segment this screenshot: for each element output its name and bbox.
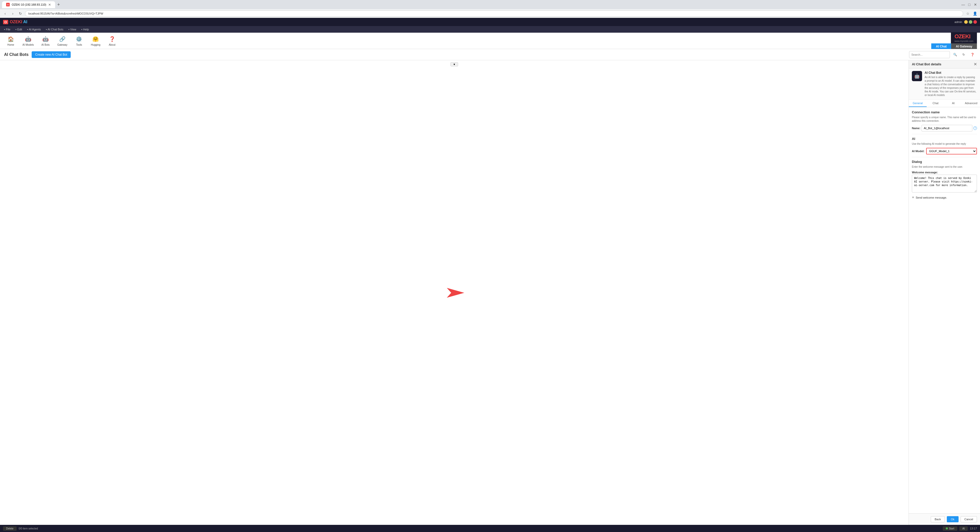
user-info: admin <box>955 21 962 24</box>
ai-model-select[interactable]: GGUF_Model_1 GPT-4 Claude Llama <box>926 148 977 155</box>
name-field-label: Name: ? <box>912 125 977 131</box>
back-button[interactable]: ‹ <box>2 11 8 17</box>
toolbar-about-label: About <box>109 43 115 46</box>
send-welcome-checkbox[interactable]: ✕ <box>912 196 914 199</box>
menu-help[interactable]: ▪ Help <box>80 27 91 32</box>
divider-1 <box>912 134 977 134</box>
side-panel-footer: Back Ok Cancel <box>909 513 980 525</box>
connection-name-section-title: Connection name <box>912 110 977 114</box>
new-tab-button[interactable]: + <box>57 2 60 7</box>
search-area: 🔍 ↻ ❓ <box>909 51 976 58</box>
refresh-list-button[interactable]: ↻ <box>960 51 967 58</box>
delete-button[interactable]: Delete <box>3 526 17 531</box>
search-button[interactable]: 🔍 <box>951 51 959 58</box>
side-panel-header: AI Chat Bot details ✕ <box>909 60 980 68</box>
app-header-right: admin <box>955 20 977 24</box>
menu-file[interactable]: ▪ File <box>2 27 13 32</box>
start-button[interactable]: Start <box>943 526 957 531</box>
toolbar-about[interactable]: ❓ About <box>104 34 120 48</box>
menu-ai-agents[interactable]: ▪ AI Agents <box>25 27 43 32</box>
profile-icon[interactable]: 👤 <box>972 11 978 17</box>
bot-description: An AI bot is able to create a reply by p… <box>924 76 977 97</box>
minimize-button[interactable]: — <box>961 2 966 7</box>
toolbar-home-label: Home <box>7 43 14 46</box>
home-icon: 🏠 <box>7 35 14 43</box>
menu-view[interactable]: ▪ View <box>66 27 78 32</box>
tab-advanced[interactable]: Advanced <box>962 100 980 107</box>
name-input[interactable] <box>921 125 972 131</box>
name-field-row: Name: ? <box>912 125 977 131</box>
ai-quick-buttons: AI Chat AI Gateway <box>931 43 977 49</box>
bot-icon: 🤖 <box>912 71 922 81</box>
create-new-button[interactable]: Create new AI Chat Bot <box>32 51 71 58</box>
dialog-section-desc: Enter the welcome message sent to the us… <box>912 165 977 169</box>
maximize-button[interactable]: □ <box>967 2 972 7</box>
app-close-button[interactable] <box>974 20 977 24</box>
app-maximize-button[interactable] <box>969 20 972 24</box>
ai-chat-button[interactable]: AI Chat <box>931 43 951 49</box>
menu-ai-chat-bots[interactable]: ▪ AI Chat Bots <box>44 27 65 32</box>
refresh-button[interactable]: ↻ <box>18 11 24 17</box>
about-icon: ❓ <box>108 35 116 43</box>
tools-icon: ⚙️ <box>76 35 83 43</box>
toolbar-ai-models[interactable]: 🤖 AI Models <box>19 34 37 48</box>
star-icon[interactable]: ☆ <box>965 11 971 17</box>
gateway-icon: 🔗 <box>59 35 66 43</box>
tab-close-icon[interactable]: ✕ <box>48 3 51 6</box>
help-button[interactable]: ❓ <box>969 51 976 58</box>
menu-edit[interactable]: ▪ Edit <box>14 27 24 32</box>
status-bar: Delete 0/0 item selected Start AI 13:17 <box>0 525 980 532</box>
toolbar-tools[interactable]: ⚙️ Tools <box>72 34 87 48</box>
ai-gateway-button[interactable]: AI Gateway <box>951 43 977 49</box>
name-help-icon[interactable]: ? <box>974 126 977 130</box>
page-header: AI Chat Bots Create new AI Chat Bot 🔍 ↻ … <box>0 49 980 60</box>
status-time: 13:17 <box>970 527 977 530</box>
browser-toolbar: ‹ › ↻ localhost:9515/AI/?a=AIBots&ncrefr… <box>0 9 980 18</box>
welcome-message-textarea[interactable]: Welcome! This chat is served by Ozeki AI… <box>912 175 977 193</box>
ai-model-label: AI Model: <box>912 150 924 153</box>
status-right: Start AI 13:17 <box>943 526 977 531</box>
page-title: AI Chat Bots <box>4 53 29 57</box>
side-panel-title: AI Chat Bot details <box>912 62 942 66</box>
logo-icon: O <box>3 20 8 24</box>
close-button[interactable]: ✕ <box>973 2 978 7</box>
back-button[interactable]: Back <box>931 516 945 522</box>
forward-button[interactable]: › <box>10 11 16 17</box>
hugging-icon: 🤗 <box>92 35 99 43</box>
toolbar-gateway[interactable]: 🔗 Gateway <box>54 34 70 48</box>
app-minimize-button[interactable] <box>964 20 968 24</box>
side-panel: AI Chat Bot details ✕ 🤖 AI Chat Bot An A… <box>908 60 980 525</box>
toolbar-home[interactable]: 🏠 Home <box>3 34 18 48</box>
tab-chat[interactable]: Chat <box>927 100 945 107</box>
ai-models-icon: 🤖 <box>24 35 32 43</box>
app-menu: ▪ File ▪ Edit ▪ AI Agents ▪ AI Chat Bots… <box>0 26 980 33</box>
collapse-handle[interactable]: ▾ <box>450 62 458 66</box>
send-welcome-row: ✕ Send welcome message. <box>912 196 977 199</box>
ozeki-brand: OZEKI www.myozeki.com <box>951 32 977 43</box>
welcome-message-label: Welcome message: <box>912 171 977 174</box>
app-logo: O OZEKI AI <box>3 20 27 24</box>
tab-ai[interactable]: AI <box>945 100 963 107</box>
welcome-message-row: Welcome message: Welcome! This chat is s… <box>912 171 977 193</box>
ai-status-button[interactable]: AI <box>959 526 968 531</box>
toolbar-hugging[interactable]: 🤗 Hugging <box>88 34 103 48</box>
tab-favicon: O <box>6 3 10 6</box>
app-logo-text: OZEKI AI <box>10 20 27 24</box>
ozeki-brand-area: OZEKI www.myozeki.com AI Chat AI Gateway <box>931 32 977 49</box>
arrow-indicator: ➤ <box>445 281 464 304</box>
toolbar-gateway-label: Gateway <box>57 43 67 46</box>
window-controls: — □ ✕ <box>961 2 978 7</box>
ozeki-brand-logo: OZEKI <box>955 33 974 40</box>
bot-name: AI Chat Bot <box>924 71 977 75</box>
toolbar-ai-bots[interactable]: 🤖 AI Bots <box>38 34 53 48</box>
side-panel-close-button[interactable]: ✕ <box>974 62 977 67</box>
ok-button[interactable]: Ok <box>947 516 959 522</box>
cancel-button[interactable]: Cancel <box>961 516 977 522</box>
address-bar[interactable]: localhost:9515/AI/?a=AIBots&ncrefreshMOC… <box>25 11 963 17</box>
search-input[interactable] <box>909 51 950 58</box>
red-arrow-icon: ➤ <box>445 286 464 299</box>
browser-tab[interactable]: O OZEKI 10 (192.168.93.110) ✕ <box>2 1 55 8</box>
tab-general[interactable]: General <box>909 100 927 107</box>
side-panel-tabs: General Chat AI Advanced <box>909 100 980 107</box>
ai-model-row: AI Model: GGUF_Model_1 GPT-4 Claude Llam… <box>912 148 977 155</box>
